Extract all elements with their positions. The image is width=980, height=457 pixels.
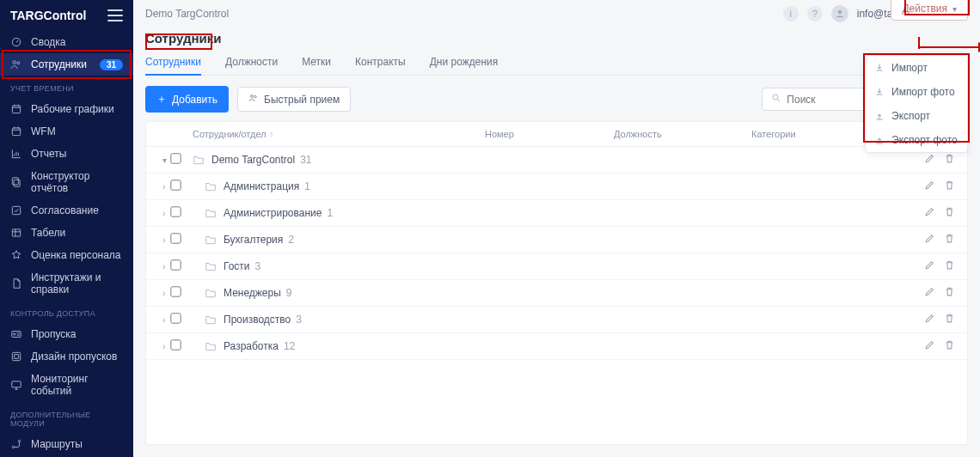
tab-Метки[interactable]: Метки [302,51,331,75]
row-name: Бухгалтерия2 [193,234,294,246]
dropdown-item-Экспорт[interactable]: Экспорт [866,104,967,128]
row-checkbox[interactable] [170,233,181,243]
table-row[interactable]: ▾Demo TargControl31 [146,147,967,174]
sidebar-item-label: WFM [31,125,56,137]
table-row[interactable]: ›Бухгалтерия2 [146,227,967,253]
delete-icon[interactable] [944,259,955,273]
chevron-right-icon[interactable]: › [158,182,170,192]
sidebar-item-Маршруты[interactable]: Маршруты [0,433,133,455]
delete-icon[interactable] [944,180,955,193]
dropdown-item-Импорт фото[interactable]: Импорт фото [866,80,967,104]
folder-icon [205,341,217,351]
actions-button[interactable]: Действия ▾ [891,0,968,21]
chevron-right-icon[interactable]: › [158,209,170,218]
delete-icon[interactable] [944,206,955,220]
table-row[interactable]: ›Администрация1 [146,174,967,200]
add-button[interactable]: ＋ Добавить [145,86,229,113]
chevron-down-icon[interactable]: ▾ [158,155,170,165]
tab-Должности[interactable]: Должности [225,51,278,75]
folder-icon [205,181,217,192]
toolbar: ＋ Добавить Быстрый прием УРВ [145,86,968,113]
menu-toggle-icon[interactable] [107,9,123,21]
edit-icon[interactable] [924,206,935,220]
row-checkbox[interactable] [170,180,181,190]
edit-icon[interactable] [924,233,935,247]
sidebar-item-Табели[interactable]: Табели [0,222,133,244]
tab-Сотрудники[interactable]: Сотрудники [145,51,201,75]
delete-icon[interactable] [944,313,955,326]
row-count: 12 [284,340,295,352]
svg-point-10 [14,333,15,335]
dropdown-item-Импорт[interactable]: Импорт [866,56,967,80]
chevron-right-icon[interactable]: › [158,315,170,325]
row-checkbox[interactable] [170,339,181,350]
row-checkbox[interactable] [170,206,181,216]
sidebar-item-WFM[interactable]: WFM [0,120,133,143]
row-checkbox[interactable] [170,313,181,323]
folder-icon [205,235,217,245]
main: Demo TargControl i ? info@targcontrol.co… [133,0,980,457]
row-checkbox[interactable] [170,259,181,270]
sidebar-section-label: ДОПОЛНИТЕЛЬНЫЕ МОДУЛИ [0,402,133,433]
sort-icon: ↕ [270,130,274,138]
edit-icon[interactable] [924,286,935,300]
table-row[interactable]: ›Администрирование1 [146,200,967,227]
edit-icon[interactable] [924,180,935,193]
row-count: 3 [296,314,302,326]
row-name: Администрирование1 [193,207,333,219]
sidebar-item-Согласование[interactable]: Согласование [0,199,133,222]
col-number[interactable]: Номер [485,129,614,139]
delete-icon[interactable] [944,286,955,300]
edit-icon[interactable] [924,259,935,273]
info-icon[interactable]: i [783,6,799,21]
sidebar-item-label: Пропуска [31,328,77,340]
delete-icon[interactable] [944,339,955,353]
row-checkbox[interactable] [170,286,181,296]
sidebar-item-Рабочие графики[interactable]: Рабочие графики [0,98,133,120]
chevron-down-icon: ▾ [952,4,957,14]
col-position[interactable]: Должность [614,129,751,139]
folder-icon [205,314,217,325]
chevron-right-icon[interactable]: › [158,342,170,351]
svg-point-16 [251,95,254,98]
delete-icon[interactable] [944,153,955,167]
row-checkbox[interactable] [170,153,181,163]
sidebar-item-Дизайн пропусков[interactable]: Дизайн пропусков [0,345,133,368]
sidebar-item-Конструктор отчётов[interactable]: Конструктор отчётов [0,165,133,199]
sidebar-item-Пропуска[interactable]: Пропуска [0,323,133,345]
chevron-right-icon[interactable]: › [158,235,170,245]
sidebar-item-Оценка персонала[interactable]: Оценка персонала [0,244,133,266]
row-name: Производство3 [193,314,302,326]
quick-hire-button[interactable]: Быстрый прием [237,87,351,112]
avatar[interactable] [831,5,848,22]
sidebar: TARGControl СводкаСотрудники31 УЧЕТ ВРЕМ… [0,0,133,457]
col-name[interactable]: Сотрудник/отдел ↕ [193,129,485,139]
chevron-right-icon[interactable]: › [158,262,170,271]
edit-icon[interactable] [924,313,935,326]
table-row[interactable]: ›Разработка12 [146,333,967,360]
chevron-right-icon[interactable]: › [158,289,170,298]
tab-Дни рождения[interactable]: Дни рождения [430,51,499,75]
chart-icon [10,148,22,160]
table-row[interactable]: ›Менеджеры9 [146,280,967,307]
sidebar-item-Сводка[interactable]: Сводка [0,31,133,53]
edit-icon[interactable] [924,153,935,167]
svg-rect-12 [12,381,21,387]
sidebar-item-Инструктажи и справки[interactable]: Инструктажи и справки [0,266,133,301]
sidebar-item-label: Сотрудники [31,58,87,70]
help-icon[interactable]: ? [807,6,823,21]
table-row[interactable]: ›Производство3 [146,307,967,333]
tab-Контракты[interactable]: Контракты [355,51,406,75]
count-badge: 31 [100,59,123,70]
sidebar-item-Отчеты[interactable]: Отчеты [0,143,133,165]
svg-point-17 [254,95,257,98]
sidebar-item-Мониторинг событий[interactable]: Мониторинг событий [0,368,133,402]
edit-icon[interactable] [924,339,935,353]
table-row[interactable]: ›Гости3 [146,253,967,280]
tabs: СотрудникиДолжностиМеткиКонтрактыДни рож… [145,51,968,76]
dropdown-item-Экспорт фото[interactable]: Экспорт фото [866,128,967,152]
folder-icon [205,208,217,218]
sidebar-item-Сотрудники[interactable]: Сотрудники31 [0,53,133,76]
delete-icon[interactable] [944,233,955,247]
svg-rect-8 [12,229,20,236]
